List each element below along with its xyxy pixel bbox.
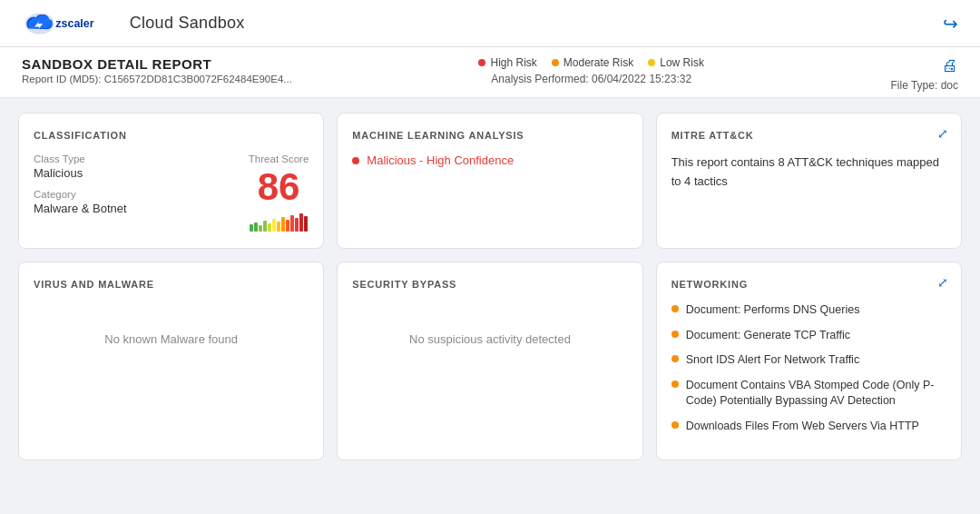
risk-legend: High Risk Moderate Risk Low Risk <box>478 56 703 69</box>
mitre-expand-icon[interactable]: ⤢ <box>937 126 948 141</box>
virus-malware-card: VIRUS AND MALWARE No known Malware found <box>18 262 324 460</box>
network-item: Document: Performs DNS Queries <box>671 302 943 319</box>
ml-title: MACHINE LEARNING ANALYSIS <box>352 130 627 141</box>
classification-card: CLASSIFICATION Class Type Malicious Cate… <box>18 113 324 249</box>
network-item: Document Contains VBA Stomped Code (Only… <box>671 378 943 410</box>
ml-result-text: Malicious - High Confidence <box>367 153 514 167</box>
net-dot-0 <box>671 305 679 312</box>
bar-6 <box>272 219 276 232</box>
virus-title: VIRUS AND MALWARE <box>34 279 309 290</box>
svg-text:zscaler: zscaler <box>55 17 93 30</box>
network-item: Downloads Files From Web Servers Via HTT… <box>671 419 943 435</box>
net-item-text-1: Document: Generate TCP Traffic <box>686 328 850 344</box>
class-left: Class Type Malicious Category Malware & … <box>34 153 127 224</box>
ml-dot <box>352 157 359 164</box>
app-header: zscaler Cloud Sandbox ↪ <box>0 0 980 47</box>
machine-learning-card: MACHINE LEARNING ANALYSIS Malicious - Hi… <box>337 113 642 249</box>
export-icon[interactable]: ↪ <box>943 13 958 35</box>
networking-title: NETWORKING <box>671 279 946 290</box>
bar-2 <box>254 222 258 232</box>
category-label: Category <box>34 189 127 200</box>
mitre-description: This report contains 8 ATT&CK techniques… <box>671 153 946 192</box>
net-item-text-0: Document: Performs DNS Queries <box>686 302 860 319</box>
class-type-value: Malicious <box>34 166 127 180</box>
net-item-text-2: Snort IDS Alert For Network Traffic <box>686 352 860 369</box>
report-meta-bar: SANDBOX DETAIL REPORT Report ID (MD5): C… <box>0 47 980 98</box>
bar-11 <box>295 218 299 232</box>
low-risk-dot <box>648 59 655 66</box>
networking-expand-icon[interactable]: ⤢ <box>937 275 948 290</box>
report-meta-center: High Risk Moderate Risk Low Risk Analysi… <box>478 56 703 85</box>
moderate-risk-dot <box>552 59 559 66</box>
mitre-card: MITRE ATT&CK ⤢ This report contains 8 AT… <box>656 113 962 249</box>
bar-10 <box>290 215 294 232</box>
net-item-text-3: Document Contains VBA Stomped Code (Only… <box>686 378 943 410</box>
report-title: SANDBOX DETAIL REPORT <box>22 56 292 72</box>
high-risk-dot <box>478 59 485 66</box>
logo: zscaler <box>22 9 119 38</box>
bar-13 <box>304 216 308 232</box>
analysis-date: Analysis Performed: 06/04/2022 15:23:32 <box>491 73 691 85</box>
category-value: Malware & Botnet <box>34 202 127 215</box>
bar-5 <box>268 223 271 232</box>
header-left: zscaler Cloud Sandbox <box>22 9 245 38</box>
threat-score-label: Threat Score <box>249 153 309 164</box>
print-icon[interactable]: 🖨 <box>942 56 958 75</box>
file-type: File Type: doc <box>891 79 958 92</box>
bar-9 <box>286 220 289 232</box>
threat-score-container: Threat Score 86 <box>249 153 309 232</box>
high-risk-legend: High Risk <box>478 56 536 69</box>
virus-message: No known Malware found <box>34 302 309 375</box>
bar-8 <box>281 217 285 232</box>
report-meta-right: 🖨 File Type: doc <box>891 56 958 92</box>
security-bypass-message: No suspicious activity detected <box>352 302 627 375</box>
networking-list[interactable]: Document: Performs DNS QueriesDocument: … <box>671 302 946 443</box>
threat-bar <box>250 213 308 232</box>
ml-result-item: Malicious - High Confidence <box>352 153 627 167</box>
header-title: Cloud Sandbox <box>130 14 245 33</box>
networking-card: NETWORKING ⤢ Document: Performs DNS Quer… <box>656 262 962 460</box>
moderate-risk-label: Moderate Risk <box>564 56 633 69</box>
classification-content: Class Type Malicious Category Malware & … <box>34 153 309 232</box>
moderate-risk-legend: Moderate Risk <box>552 56 633 69</box>
report-id: Report ID (MD5): C156572DD81C3B0072F6248… <box>22 74 292 84</box>
bar-3 <box>259 225 262 232</box>
low-risk-label: Low Risk <box>660 56 704 69</box>
report-meta-left: SANDBOX DETAIL REPORT Report ID (MD5): C… <box>22 56 292 84</box>
low-risk-legend: Low Risk <box>648 56 704 69</box>
mitre-title: MITRE ATT&CK <box>671 130 946 141</box>
network-item: Snort IDS Alert For Network Traffic <box>671 352 943 369</box>
bar-1 <box>250 224 253 232</box>
security-bypass-card: SECURITY BYPASS No suspicious activity d… <box>337 262 642 460</box>
bar-4 <box>263 221 267 232</box>
network-item: Document: Generate TCP Traffic <box>671 328 943 344</box>
classification-title: CLASSIFICATION <box>34 130 309 141</box>
main-grid: CLASSIFICATION Class Type Malicious Cate… <box>0 98 980 475</box>
net-dot-3 <box>671 381 679 388</box>
bar-7 <box>277 222 280 232</box>
security-bypass-title: SECURITY BYPASS <box>352 279 627 290</box>
net-item-text-4: Downloads Files From Web Servers Via HTT… <box>686 419 919 435</box>
class-type-label: Class Type <box>34 153 127 164</box>
threat-score-value: 86 <box>258 168 300 206</box>
net-dot-4 <box>671 421 679 429</box>
net-dot-1 <box>671 331 679 338</box>
bar-12 <box>299 213 303 232</box>
zscaler-logo: zscaler <box>22 9 119 38</box>
net-dot-2 <box>671 355 679 362</box>
high-risk-label: High Risk <box>490 56 536 69</box>
